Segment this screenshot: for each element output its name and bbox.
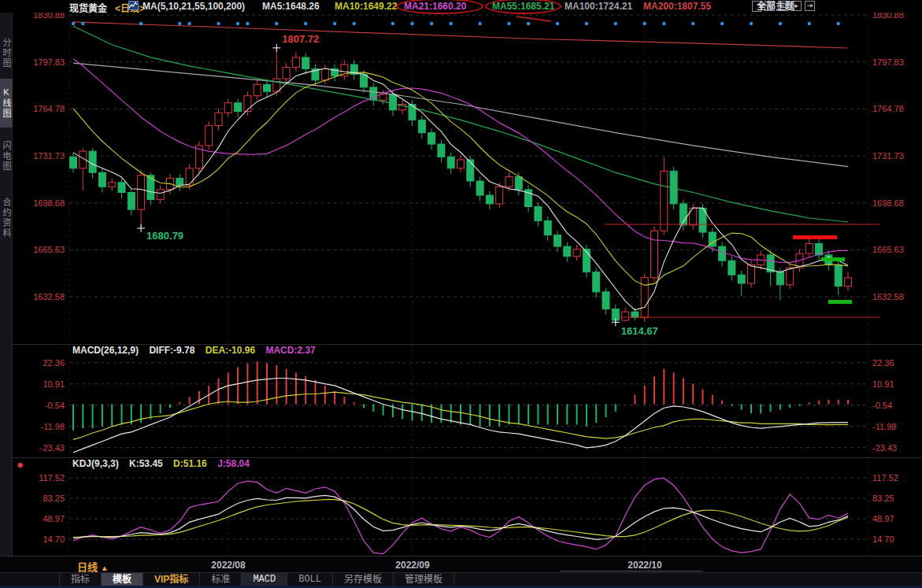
candle-body bbox=[321, 68, 328, 80]
macd-title: MACD(26,12,9) bbox=[72, 345, 139, 356]
candle-body bbox=[447, 157, 454, 168]
tab-boll[interactable]: BOLL bbox=[287, 573, 333, 586]
d-value: D:51.16 bbox=[173, 458, 207, 469]
signal-dot bbox=[556, 22, 559, 25]
svg-text:1665.63: 1665.63 bbox=[33, 245, 65, 254]
signal-dot bbox=[808, 22, 811, 25]
svg-text:14.70: 14.70 bbox=[872, 534, 894, 544]
chart-header: 现货黄金 <日线> MA(5,10,21,55,100,200) MA5:164… bbox=[0, 0, 922, 13]
candle-body bbox=[235, 103, 242, 112]
x-axis-label-oct: 2022/10 bbox=[613, 560, 676, 571]
scrollbar-indicator[interactable] bbox=[560, 571, 703, 571]
candle-body bbox=[244, 96, 251, 112]
candles-layer bbox=[70, 48, 852, 323]
tab-save-template[interactable]: 另存模板 bbox=[333, 573, 394, 586]
triangle-up-icon: ▲ bbox=[101, 564, 109, 572]
svg-text:-0.54: -0.54 bbox=[45, 401, 65, 410]
candle-body bbox=[651, 231, 658, 278]
candle-body bbox=[292, 57, 299, 68]
candle-body bbox=[89, 151, 96, 172]
svg-text:10.91: 10.91 bbox=[43, 379, 65, 389]
candle-body bbox=[438, 144, 445, 157]
svg-text:-11.98: -11.98 bbox=[872, 422, 896, 431]
signal-dot bbox=[837, 22, 840, 25]
ma100-value: MA100:1724.21 bbox=[565, 1, 632, 12]
bottom-tab-bar: 指标 模板 VIP指标 标准 MACD BOLL 另存模板 管理模板 bbox=[0, 572, 922, 586]
svg-text:48.97: 48.97 bbox=[43, 514, 65, 523]
candle-body bbox=[138, 176, 145, 209]
candle-body bbox=[641, 278, 648, 318]
candle-body bbox=[602, 292, 609, 309]
candle-body bbox=[631, 312, 639, 317]
candle-body bbox=[467, 160, 474, 181]
kdj-panel-header: KDJ(9,3,3) K:53.45 D:51.16 J:58.04 bbox=[72, 458, 257, 469]
sidebar-item-flash-chart[interactable]: 闪电图 bbox=[0, 131, 13, 181]
candle-body bbox=[845, 278, 852, 287]
candle-body bbox=[389, 94, 396, 110]
candle-body bbox=[264, 84, 271, 91]
candle-body bbox=[544, 221, 551, 235]
ma10-value: MA10:1649.22 bbox=[335, 1, 397, 12]
x-axis-label-sep: 2022/09 bbox=[381, 560, 444, 571]
candle-body bbox=[215, 113, 222, 125]
macd-value: MACD:2.37 bbox=[265, 345, 315, 356]
candle-body bbox=[118, 183, 125, 193]
tab-macd[interactable]: MACD bbox=[242, 573, 287, 586]
signal-dot bbox=[72, 22, 75, 25]
signal-dot bbox=[410, 22, 413, 25]
candle-body bbox=[728, 261, 735, 275]
ma200-value: MA200:1807.55 bbox=[643, 1, 711, 12]
signal-dot bbox=[304, 22, 307, 25]
indicator-settings-icon[interactable]: ✹ bbox=[17, 460, 24, 471]
candle-body bbox=[554, 235, 561, 246]
tab-manage-templates[interactable]: 管理模板 bbox=[394, 573, 454, 586]
svg-text:-23.43: -23.43 bbox=[872, 443, 897, 453]
svg-text:22.36: 22.36 bbox=[43, 358, 65, 368]
svg-text:-23.43: -23.43 bbox=[40, 443, 65, 453]
tab-indicators[interactable]: 指标 bbox=[59, 573, 102, 586]
candle-body bbox=[380, 94, 387, 100]
candle-body bbox=[787, 268, 794, 285]
symbol-name: 现货黄金 bbox=[69, 1, 107, 14]
peak-price-label: 1807.72 bbox=[282, 33, 319, 45]
candle-body bbox=[283, 68, 290, 79]
svg-text:1632.58: 1632.58 bbox=[33, 292, 65, 301]
svg-text:1632.58: 1632.58 bbox=[872, 292, 904, 301]
candle-body bbox=[535, 207, 542, 221]
tab-vip-indicators[interactable]: VIP指标 bbox=[143, 573, 200, 586]
signal-dot bbox=[750, 22, 753, 25]
svg-text:14.70: 14.70 bbox=[43, 534, 65, 544]
svg-text:10.91: 10.91 bbox=[872, 379, 894, 389]
sidebar-item-kline-chart[interactable]: K线图 bbox=[0, 79, 13, 128]
candle-body bbox=[573, 250, 580, 257]
svg-text:1764.78: 1764.78 bbox=[33, 104, 65, 113]
candle-body bbox=[128, 192, 135, 209]
kdj-title: KDJ(9,3,3) bbox=[72, 458, 119, 469]
ma200-line bbox=[73, 22, 848, 48]
candle-body bbox=[157, 190, 164, 200]
left-sidebar: 分时图 K线图 闪电图 合约资料 bbox=[0, 13, 13, 556]
candle-body bbox=[409, 105, 416, 120]
sidebar-item-timeline-chart[interactable]: 分时图 bbox=[0, 28, 13, 77]
theme-dropdown-button[interactable]: 全部主题▼ bbox=[752, 1, 761, 12]
candle-body bbox=[515, 177, 522, 190]
candle-body bbox=[302, 57, 309, 68]
kdj-layer bbox=[73, 478, 848, 553]
candle-body bbox=[583, 250, 590, 272]
export-icon[interactable]: ⇥ bbox=[805, 1, 815, 11]
signal-dot bbox=[585, 22, 588, 25]
candle-body bbox=[738, 275, 745, 283]
ma-group-label: MA(5,10,21,55,100,200) bbox=[143, 1, 245, 12]
candle-body bbox=[805, 243, 813, 253]
candle-body bbox=[776, 272, 783, 285]
header-toolbar: 全部主题▼ ✛ ⊡ ▸ ⇥ bbox=[752, 1, 815, 13]
tab-standard[interactable]: 标准 bbox=[200, 573, 242, 586]
tab-templates[interactable]: 模板 bbox=[102, 573, 143, 586]
svg-text:1830.88: 1830.88 bbox=[872, 13, 904, 20]
line-chart-icon[interactable] bbox=[128, 1, 139, 10]
signal-dot bbox=[178, 22, 181, 25]
sidebar-item-contract-info[interactable]: 合约资料 bbox=[0, 184, 13, 252]
signal-dot bbox=[81, 22, 84, 25]
signal-dot bbox=[779, 22, 782, 25]
chart-canvas[interactable]: 1830.881830.881797.831797.831764.781764.… bbox=[13, 13, 922, 556]
